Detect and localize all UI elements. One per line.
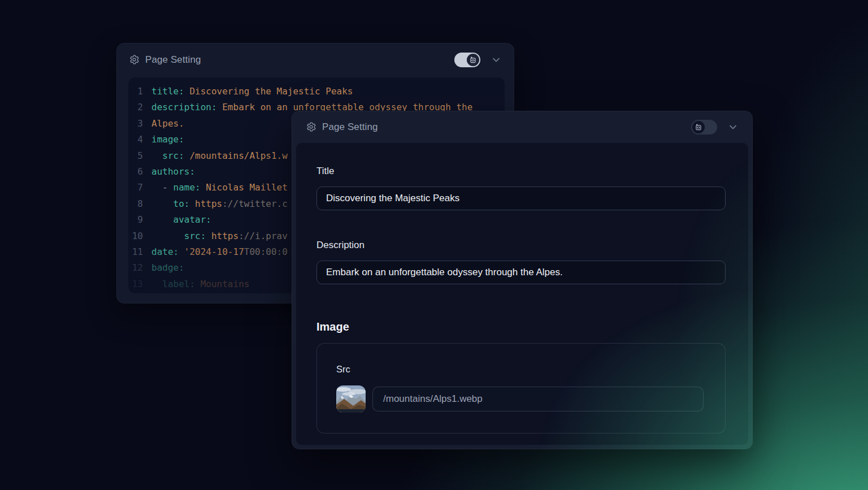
toggle-knob	[467, 54, 479, 66]
code-text: Alpes.	[143, 116, 184, 132]
line-number: 8	[128, 196, 143, 212]
gear-icon	[129, 54, 140, 65]
description-field-group: Description	[316, 239, 726, 284]
code-text: badge:	[143, 260, 184, 276]
image-thumbnail[interactable]	[336, 385, 366, 413]
image-src-input[interactable]	[372, 387, 704, 411]
line-number: 12	[128, 260, 143, 276]
description-input[interactable]	[316, 261, 726, 284]
code-box-icon	[469, 56, 477, 64]
description-field-label: Description	[316, 239, 726, 251]
line-number: 13	[128, 276, 143, 292]
code-text: image:	[143, 132, 184, 148]
src-field-label: Src	[336, 364, 704, 375]
code-form-view-toggle[interactable]	[454, 53, 480, 67]
chevron-down-icon[interactable]	[491, 54, 502, 66]
panel-title: Page Setting	[145, 54, 201, 66]
title-input[interactable]	[316, 187, 726, 210]
gear-icon	[306, 122, 316, 132]
line-number: 1	[128, 84, 143, 99]
code-line: 1title: Discovering the Majestic Peaks	[128, 84, 505, 99]
code-text: avatar:	[143, 212, 211, 228]
line-number: 6	[128, 164, 143, 180]
code-text: title: Discovering the Majestic Peaks	[143, 84, 353, 99]
code-text: src: https://i.prav	[143, 228, 288, 244]
toggle-knob	[692, 121, 705, 133]
image-section-heading: Image	[316, 319, 726, 334]
line-number: 10	[128, 228, 143, 244]
chevron-down-icon[interactable]	[727, 122, 739, 133]
code-text: src: /mountains/Alps1.w	[143, 148, 288, 164]
panel-title: Page Setting	[322, 122, 378, 133]
page-setting-form: Title Description Image Src	[296, 143, 748, 445]
line-number: 7	[128, 180, 143, 196]
code-text: date: '2024-10-17T00:00:0	[143, 244, 288, 260]
code-form-view-toggle[interactable]	[691, 120, 717, 135]
title-field-label: Title	[316, 165, 726, 177]
panel-header: Page Setting	[116, 43, 514, 76]
mountain-photo-thumbnail	[336, 385, 366, 413]
page-setting-panel-form: Page Setting Title Description	[292, 111, 753, 449]
line-number: 9	[128, 212, 143, 228]
code-text: authors:	[143, 164, 195, 180]
line-number: 2	[128, 99, 143, 115]
line-number: 4	[128, 132, 143, 148]
code-text: - name: Nicolas Maillet	[143, 180, 288, 196]
line-number: 3	[128, 116, 143, 132]
src-field-row	[336, 385, 704, 413]
image-settings-card: Src	[316, 343, 726, 433]
code-text: to: https://twitter.c	[143, 196, 288, 212]
code-text: label: Mountains	[143, 276, 249, 292]
line-number: 5	[128, 148, 143, 164]
desktop-background: Page Setting 1title: Discovering the Maj…	[0, 0, 868, 490]
line-number: 11	[128, 244, 143, 260]
code-box-icon	[695, 123, 702, 131]
panel-header: Page Setting	[292, 111, 753, 143]
